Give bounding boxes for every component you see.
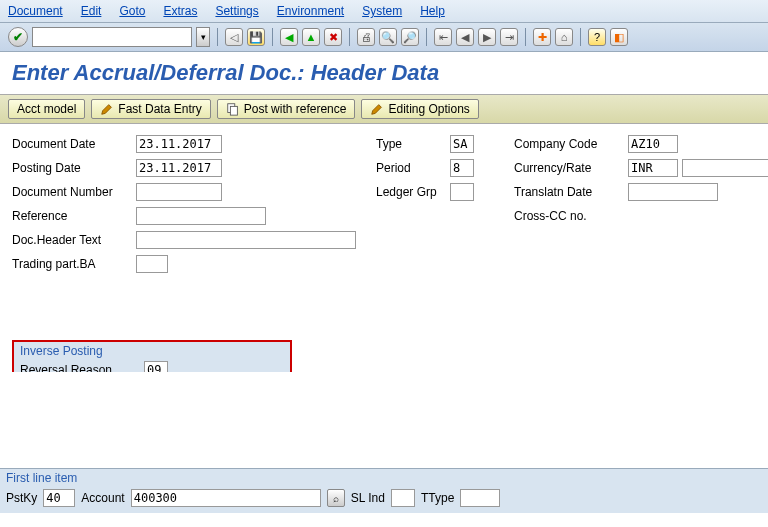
save-icon[interactable]: 💾 [247,28,265,46]
last-page-icon[interactable]: ⇥ [500,28,518,46]
trading-part-input[interactable] [136,255,168,273]
menu-edit[interactable]: Edit [81,4,102,18]
doc-date-input[interactable] [136,135,222,153]
editing-options-button[interactable]: Editing Options [361,99,478,119]
reference-label: Reference [12,209,132,223]
menu-goto[interactable]: Goto [119,4,145,18]
menu-help[interactable]: Help [420,4,445,18]
pencil-icon [370,102,384,116]
reference-input[interactable] [136,207,266,225]
menu-extras[interactable]: Extras [163,4,197,18]
currency-input[interactable] [628,159,678,177]
period-input[interactable] [450,159,474,177]
type-input[interactable] [450,135,474,153]
type-label: Type [376,137,446,151]
doc-header-text-label: Doc.Header Text [12,233,132,247]
ledger-grp-input[interactable] [450,183,474,201]
ledger-grp-label: Ledger Grp [376,185,446,199]
menu-settings[interactable]: Settings [215,4,258,18]
print-icon[interactable]: 🖨 [357,28,375,46]
currency-rate-label: Currency/Rate [514,161,624,175]
acct-model-button[interactable]: Acct model [8,99,85,119]
inverse-posting-section: Inverse Posting Reversal Reason Reversal… [12,340,292,372]
copy-icon [226,102,240,116]
find-icon[interactable]: 🔍 [379,28,397,46]
doc-number-label: Document Number [12,185,132,199]
new-session-icon[interactable]: ✚ [533,28,551,46]
menu-system[interactable]: System [362,4,402,18]
period-label: Period [376,161,446,175]
shortcut-icon[interactable]: ⌂ [555,28,573,46]
translation-date-label: Translatn Date [514,185,624,199]
reversal-reason-label: Reversal Reason [20,363,140,372]
help-icon[interactable]: ? [588,28,606,46]
doc-date-label: Document Date [12,137,132,151]
rate-input[interactable] [682,159,768,177]
company-code-input[interactable] [628,135,678,153]
enter-icon[interactable]: ✔ [8,27,28,47]
translation-date-input[interactable] [628,183,718,201]
doc-header-text-input[interactable] [136,231,356,249]
page-title: Enter Accrual/Deferral Doc.: Header Data [0,52,768,94]
svg-rect-1 [230,106,237,115]
inverse-posting-title: Inverse Posting [14,342,290,360]
find-next-icon[interactable]: 🔎 [401,28,419,46]
app-toolbar: Acct model Fast Data Entry Post with ref… [0,94,768,124]
layout-icon[interactable]: ◧ [610,28,628,46]
prev-page-icon[interactable]: ◀ [456,28,474,46]
menu-document[interactable]: Document [8,4,63,18]
command-field[interactable] [32,27,192,47]
header-form: Document Date Posting Date Document Numb… [0,124,768,284]
fast-data-entry-button[interactable]: Fast Data Entry [91,99,210,119]
next-page-icon[interactable]: ▶ [478,28,496,46]
back-green-icon[interactable]: ◀ [280,28,298,46]
trading-part-label: Trading part.BA [12,257,132,271]
pencil-icon [100,102,114,116]
cancel-icon[interactable]: ✖ [324,28,342,46]
first-page-icon[interactable]: ⇤ [434,28,452,46]
doc-number-input[interactable] [136,183,222,201]
menu-environment[interactable]: Environment [277,4,344,18]
company-code-label: Company Code [514,137,624,151]
command-dropdown-icon[interactable]: ▾ [196,27,210,47]
exit-icon[interactable]: ▲ [302,28,320,46]
posting-date-input[interactable] [136,159,222,177]
reversal-reason-input[interactable] [144,361,168,372]
standard-toolbar: ✔ ▾ ◁ 💾 ◀ ▲ ✖ 🖨 🔍 🔎 ⇤ ◀ ▶ ⇥ ✚ ⌂ ? ◧ [0,23,768,52]
posting-date-label: Posting Date [12,161,132,175]
menu-bar: Document Edit Goto Extras Settings Envir… [0,0,768,23]
post-with-reference-button[interactable]: Post with reference [217,99,356,119]
back-icon[interactable]: ◁ [225,28,243,46]
cross-cc-label: Cross-CC no. [514,209,624,223]
